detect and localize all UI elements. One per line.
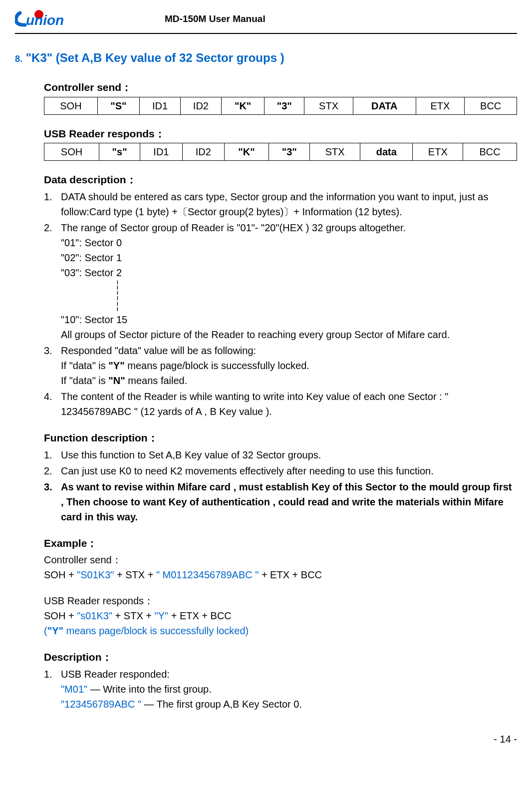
list-item: 1. USB Reader responded: "M01" — Write i… [44,667,517,712]
svg-text:union: union [26,12,64,28]
text: + ETX + BCC [168,610,232,621]
list-item: 2. The range of Sector group of Reader i… [44,220,517,343]
text: means failed. [125,375,188,386]
cell: STX [304,97,353,114]
item-body: Use this function to Set A,B Key value o… [61,447,517,462]
text: If "data" is [61,360,108,371]
item-number: 3. [44,343,61,388]
text-bold: "Y" [47,625,63,636]
cell: "s" [99,143,140,161]
text-blue: "M01" [61,684,87,695]
resp-n-line: If "data" is "N" means failed. [61,373,517,388]
item-text: The range of Sector group of Reader is "… [61,222,406,233]
usb-responds-table: SOH "s" ID1 ID2 "K" "3" STX data ETX BCC [44,143,517,161]
cell: BCC [463,143,517,161]
item-body: The range of Sector group of Reader is "… [61,220,517,343]
item-body: The content of the Reader is while wanti… [61,389,517,419]
item-number: 2. [44,463,61,478]
text-blue: "s01K3" [77,610,112,621]
text: — The first group A,B Key Sector 0. [141,699,302,710]
cell: "K" [221,97,265,114]
text-blue: "S01K3" [77,569,114,580]
section-title-text: "K3" (Set A,B Key value of 32 Sector gro… [26,51,284,64]
vertical-dots-icon: ╎╎╎ [115,280,517,313]
resp-y-line: If "data" is "Y" means page/block is suc… [61,358,517,373]
text-blue: "123456789ABC " [61,699,141,710]
text: SOH + [44,569,77,580]
logo-svg: union [15,10,75,28]
cell: "S" [97,97,139,114]
example-ctrl-label: Controller send： [44,552,517,567]
text: + STX + [114,569,156,580]
page-number: - 14 - [15,732,517,747]
function-description-list: 1. Use this function to Set A,B Key valu… [44,447,517,524]
sector-note: All groups of Sector picture of the Read… [61,327,517,342]
cell: ETX [416,97,465,114]
text-blue: " M01123456789ABC " [156,569,259,580]
text: + ETX + BCC [259,569,322,580]
text: means page/block is successfully locked) [63,625,249,636]
item-number: 3. [44,479,61,524]
example-label: Example： [44,535,517,551]
text: — Write into the first group. [87,684,212,695]
cell: ID1 [140,97,181,114]
item-text: Responded "data" value will be as follow… [61,345,256,356]
item-number: 4. [44,389,61,419]
example-usb-label: USB Reader responds： [44,593,517,608]
controller-send-table: SOH "S" ID1 ID2 "K" "3" STX DATA ETX BCC [44,97,517,115]
example-ctrl-line: SOH + "S01K3" + STX + " M01123456789ABC … [44,567,517,582]
cell: ID2 [182,143,224,161]
cell: "K" [224,143,268,161]
description-list: 1. USB Reader responded: "M01" — Write i… [44,667,517,712]
text: If "data" is [61,375,108,386]
cell: SOH [44,143,99,161]
cell: STX [310,143,360,161]
cell: ID2 [180,97,221,114]
data-description-label: Data description： [44,172,517,188]
text: USB Reader responded: [61,669,170,680]
usb-responds-label: USB Reader responds： [44,126,517,142]
item-number: 1. [44,667,61,712]
data-description-list: 1. DATA should be entered as cars type, … [44,189,517,419]
sector-line: "01": Sector 0 [61,235,517,250]
cell: BCC [465,97,517,114]
text: + STX + [112,610,154,621]
item-body: Can just use K0 to need K2 movements eff… [61,463,517,478]
sector-lines: "01": Sector 0 "02": Sector 1 "03": Sect… [61,235,517,343]
item-body: DATA should be entered as cars type, Sec… [61,189,517,219]
page-header: union MD-150M User Manual [15,10,517,34]
example-note: ("Y" means page/block is successfully lo… [44,623,517,638]
item-number: 1. [44,189,61,219]
item-body: Responded "data" value will be as follow… [61,343,517,388]
manual-title: MD-150M User Manual [165,12,517,26]
text: ( [44,625,47,636]
text-blue: "Y" [155,610,169,621]
cell: "3" [265,97,304,114]
list-item: 3. Responded "data" value will be as fol… [44,343,517,388]
cell: data [360,143,413,161]
text: SOH + [44,610,77,621]
sector-line: "03": Sector 2 [61,265,517,280]
sector-line: "10": Sector 15 [61,312,517,327]
desc-line-2: "M01" — Write into the first group. [61,682,517,697]
text-bold: "N" [108,375,125,386]
list-item: 2. Can just use K0 to need K2 movements … [44,463,517,478]
cell: SOH [44,97,98,114]
text-bold: "Y" [108,360,124,371]
function-description-label: Function description： [44,430,517,446]
sector-line: "02": Sector 1 [61,250,517,265]
item-body: As want to revise within Mifare card , m… [61,479,517,524]
example-usb-line: SOH + "s01K3" + STX + "Y" + ETX + BCC [44,608,517,623]
controller-send-label: Controller send： [44,79,517,95]
section-number: 8. [15,54,22,64]
list-item: 3. As want to revise within Mifare card … [44,479,517,524]
description-label: Description： [44,649,517,665]
logo: union [15,10,75,28]
list-item: 1. Use this function to Set A,B Key valu… [44,447,517,462]
item-number: 2. [44,220,61,343]
list-item: 4. The content of the Reader is while wa… [44,389,517,419]
item-body: USB Reader responded: "M01" — Write into… [61,667,517,712]
cell: ID1 [140,143,182,161]
desc-line-3: "123456789ABC " — The first group A,B Ke… [61,697,517,712]
text: means page/block is successfully locked. [125,360,309,371]
